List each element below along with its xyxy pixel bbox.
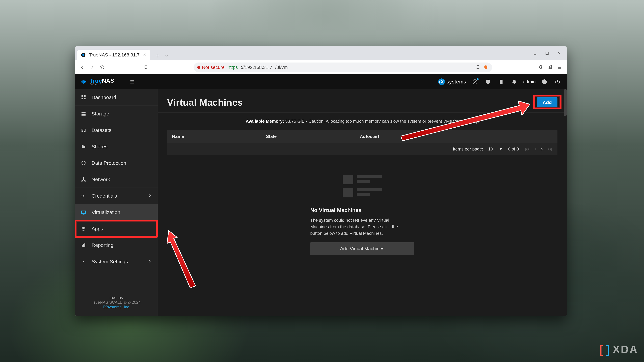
svg-rect-27 [83, 244, 84, 247]
svg-point-12 [83, 177, 84, 178]
sidebar-toggle-button[interactable] [128, 77, 137, 86]
reload-button[interactable] [98, 63, 107, 72]
media-icon[interactable] [546, 63, 554, 72]
next-page-button[interactable]: › [541, 146, 543, 152]
forward-button[interactable] [88, 63, 96, 72]
apps-icon [80, 226, 86, 232]
first-page-button[interactable]: ⏮ [525, 146, 530, 152]
browser-menu-icon[interactable] [555, 63, 564, 72]
svg-rect-7 [84, 98, 86, 99]
sidebar-item-label: Virtualization [92, 210, 120, 215]
svg-point-22 [84, 228, 85, 229]
power-icon[interactable] [553, 77, 562, 86]
svg-rect-1 [546, 52, 548, 54]
footer-ix-link[interactable]: iXsystems, Inc [76, 305, 156, 309]
truenas-mark-icon [80, 78, 87, 85]
alerts-icon[interactable] [510, 77, 518, 86]
svg-rect-5 [84, 95, 86, 97]
caret-down-icon: ▾ [500, 146, 502, 152]
new-tab-button[interactable]: ＋ [152, 51, 162, 60]
shield-icon [80, 160, 86, 166]
prev-page-button[interactable]: ‹ [535, 146, 536, 152]
warning-dot-icon [197, 66, 200, 69]
sidebar-item-apps[interactable]: Apps [75, 221, 158, 237]
user-label: admin [523, 79, 536, 84]
items-per-page-select[interactable]: 10 ▾ [488, 146, 502, 152]
url-protocol: https [228, 65, 238, 70]
gear-icon [80, 259, 86, 265]
sidebar-item-storage[interactable]: Storage [75, 106, 158, 122]
close-icon[interactable]: ✕ [142, 52, 146, 58]
sidebar-item-label: Reporting [92, 242, 113, 248]
svg-point-24 [83, 230, 84, 230]
sidebar-item-credentials[interactable]: Credentials [75, 188, 158, 204]
svg-point-23 [82, 230, 82, 230]
sidebar-item-label: System Settings [92, 259, 128, 265]
ixsystems-link[interactable]: iX systems [438, 78, 466, 85]
extensions-icon[interactable] [536, 63, 545, 72]
sidebar-item-datasets[interactable]: Datasets [75, 122, 158, 138]
brand-nas: NAS [102, 77, 114, 84]
brave-shield-icon[interactable] [483, 63, 488, 72]
svg-point-18 [83, 227, 84, 228]
add-button[interactable]: Add [537, 97, 558, 107]
truenas-app: TrueNAS SCALE iX systems admin [75, 74, 567, 316]
address-bar[interactable]: Not secure https://192.168.31.7/ui/vm [194, 62, 492, 72]
sidebar-item-system-settings[interactable]: System Settings [75, 253, 158, 270]
svg-rect-8 [82, 112, 86, 113]
col-autostart[interactable]: Autostart [360, 134, 552, 139]
sidebar-item-reporting[interactable]: Reporting [75, 237, 158, 253]
svg-rect-16 [82, 211, 86, 213]
app-topbar: TrueNAS SCALE iX systems admin [75, 74, 567, 89]
sidebar-footer: truenas TrueNAS SCALE ® © 2024 iXsystems… [75, 291, 158, 316]
svg-point-3 [542, 79, 547, 84]
sidebar-item-dashboard[interactable]: Dashboard [75, 89, 158, 106]
sidebar-item-virtualization[interactable]: Virtualization [75, 204, 158, 221]
dashboard-icon [80, 94, 86, 100]
tabs-dropdown-icon[interactable] [162, 51, 171, 60]
sidebar-item-label: Data Protection [92, 160, 126, 166]
monitor-icon [80, 209, 86, 215]
ix-logo-icon: iX [438, 78, 445, 85]
svg-rect-6 [82, 98, 83, 99]
xda-watermark: []XDA [599, 343, 638, 356]
browser-tab[interactable]: TrueNAS - 192.168.31.7 ✕ [77, 50, 150, 60]
maximize-button[interactable] [541, 48, 553, 58]
main-content: Virtual Machines Add Available Memory: 5… [158, 89, 567, 316]
add-virtual-machines-button[interactable]: Add Virtual Machines [310, 242, 414, 255]
col-name[interactable]: Name [172, 134, 266, 139]
vm-table: Name State Autostart Items per page: 10 … [167, 130, 558, 155]
sidebar-item-shares[interactable]: Shares [75, 138, 158, 155]
empty-state: No Virtual Machines The system could not… [167, 175, 558, 255]
last-page-button[interactable]: ⏭ [548, 146, 552, 152]
ix-label: systems [446, 79, 466, 85]
status-icon[interactable] [470, 77, 479, 86]
back-button[interactable] [78, 63, 86, 72]
truenas-logo[interactable]: TrueNAS SCALE [80, 77, 114, 86]
bookmark-icon[interactable] [142, 63, 150, 72]
share-icon[interactable] [476, 64, 480, 70]
empty-title: No Virtual Machines [310, 207, 414, 213]
svg-rect-26 [82, 245, 82, 247]
account-icon[interactable] [540, 77, 549, 86]
not-secure-indicator[interactable]: Not secure [197, 65, 224, 70]
close-window-button[interactable] [553, 48, 565, 58]
jobs-icon[interactable] [497, 77, 506, 86]
sidebar-item-label: Shares [92, 144, 108, 149]
col-state[interactable]: State [266, 134, 360, 139]
sidebar-item-data-protection[interactable]: Data Protection [75, 155, 158, 171]
svg-point-10 [82, 112, 83, 113]
pager-range: 0 of 0 [508, 146, 519, 152]
minimize-button[interactable] [529, 48, 541, 58]
table-header: Name State Autostart [167, 130, 558, 143]
truecommand-icon[interactable] [484, 77, 492, 86]
browser-window: TrueNAS - 192.168.31.7 ✕ ＋ Not s [75, 46, 567, 316]
sidebar-item-network[interactable]: Network [75, 171, 158, 188]
items-per-page-value: 10 [488, 146, 493, 152]
memory-value: 53.75 GiB - Caution: Allocating too much… [285, 119, 479, 124]
sidebar-item-label: Credentials [92, 193, 117, 199]
desktop-wallpaper: TrueNAS - 192.168.31.7 ✕ ＋ Not s [0, 0, 644, 362]
available-memory: Available Memory: 53.75 GiB - Caution: A… [167, 119, 558, 124]
sidebar-item-label: Network [92, 177, 110, 182]
svg-point-19 [84, 227, 85, 228]
